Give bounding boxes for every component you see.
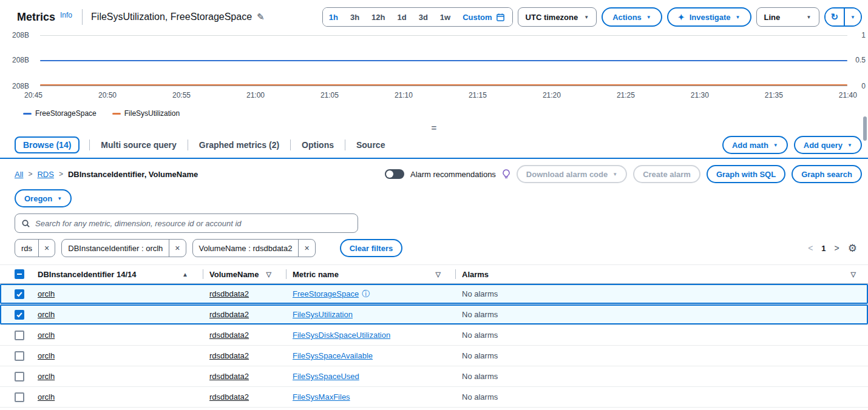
sort-filter-icon[interactable]: ▽ xyxy=(436,271,441,278)
row-checkbox[interactable] xyxy=(15,289,24,299)
volume-link[interactable]: rdsdbdata2 xyxy=(209,289,249,298)
column-header-volumename[interactable]: VolumeName ▽ xyxy=(209,270,280,279)
row-checkbox[interactable] xyxy=(15,392,24,402)
sparkle-icon: ✦ xyxy=(678,13,685,22)
sort-ascending-icon[interactable]: ▲ xyxy=(182,271,188,278)
download-alarm-code-button[interactable]: Download alarm code ▼ xyxy=(517,165,627,183)
table-row[interactable]: orclh rdsdbdata2 FileSysDiskSpaceUtiliza… xyxy=(0,325,868,346)
breadcrumb-rds[interactable]: RDS xyxy=(37,170,53,179)
metric-link[interactable]: FileSysMaxFiles xyxy=(293,392,350,402)
settings-gear-icon[interactable]: ⚙ xyxy=(848,242,857,255)
resize-handle[interactable]: = xyxy=(0,123,868,133)
metric-link[interactable]: FileSysSpaceAvailable xyxy=(293,351,373,360)
edit-title-icon[interactable]: ✎ xyxy=(257,12,265,22)
row-checkbox[interactable] xyxy=(15,351,24,361)
time-range-custom[interactable]: Custom xyxy=(456,8,512,26)
select-all-checkbox[interactable] xyxy=(15,269,24,279)
previous-page-button[interactable]: < xyxy=(808,243,813,253)
add-math-button[interactable]: Add math ▼ xyxy=(722,136,788,154)
time-range-12h[interactable]: 12h xyxy=(365,8,391,26)
graph-with-sql-label: Graph with SQL xyxy=(716,170,776,179)
close-icon[interactable]: × xyxy=(169,240,185,257)
row-checkbox[interactable] xyxy=(15,331,24,340)
table-row[interactable]: orclh rdsdbdata2 FileSysUtilization ⓘ No… xyxy=(0,304,868,325)
custom-range-label: Custom xyxy=(463,13,492,22)
info-icon[interactable]: ⓘ xyxy=(362,289,370,300)
row-checkbox[interactable] xyxy=(15,310,24,320)
x-axis-tick: 21:35 xyxy=(765,91,783,99)
dbinstance-link[interactable]: orclh xyxy=(38,351,55,360)
y-axis-tick-right: 0 xyxy=(861,82,866,90)
metric-link[interactable]: FileSysDiskSpaceUtilization xyxy=(293,331,390,340)
legend-label: FileSysUtilization xyxy=(124,109,180,118)
dbinstance-link[interactable]: orclh xyxy=(38,372,55,381)
metric-link[interactable]: FileSysUtilization xyxy=(293,310,353,319)
metric-link[interactable]: FileSysSpaceUsed xyxy=(293,372,359,381)
investigate-button[interactable]: ✦ Investigate ▼ xyxy=(667,7,751,27)
sort-filter-icon[interactable]: ▽ xyxy=(266,271,271,278)
clear-filters-button[interactable]: Clear filters xyxy=(340,239,403,257)
y-axis-tick-left: 208B xyxy=(12,56,36,64)
chart-type-select[interactable]: Line ▼ xyxy=(756,7,819,27)
time-range-1d[interactable]: 1d xyxy=(391,8,412,26)
close-icon[interactable]: × xyxy=(38,240,55,257)
actions-button[interactable]: Actions ▼ xyxy=(602,7,662,27)
next-page-button[interactable]: > xyxy=(835,243,839,253)
breadcrumb-all[interactable]: All xyxy=(15,170,23,179)
pagination: < 1 > ⚙ xyxy=(808,242,862,255)
row-checkbox[interactable] xyxy=(15,372,24,381)
column-header-metric-name[interactable]: Metric name ▽ xyxy=(293,270,449,279)
column-header-alarms[interactable]: Alarms ▽ xyxy=(462,270,868,279)
refresh-options-button[interactable]: ▼ xyxy=(845,8,861,25)
dbinstance-link[interactable]: orclh xyxy=(38,289,55,298)
timezone-select[interactable]: UTC timezone ▼ xyxy=(518,7,597,27)
x-axis-tick: 21:20 xyxy=(543,91,561,99)
filter-token-dbinstanceidentifier: DBInstanceIdentifier : orclh × xyxy=(61,239,186,257)
volume-link[interactable]: rdsdbdata2 xyxy=(209,310,249,319)
volume-link[interactable]: rdsdbdata2 xyxy=(209,372,249,381)
sort-filter-icon[interactable]: ▽ xyxy=(851,271,856,278)
legend-item-filesysutilization[interactable]: FileSysUtilization xyxy=(112,109,180,118)
graph-search-button[interactable]: Graph search xyxy=(792,165,862,183)
legend-item-freestoragespace[interactable]: FreeStorageSpace xyxy=(23,109,97,118)
volume-link[interactable]: rdsdbdata2 xyxy=(209,392,249,402)
time-range-3h[interactable]: 3h xyxy=(344,8,365,26)
vertical-scrollbar[interactable] xyxy=(863,116,867,141)
time-range-1h[interactable]: 1h xyxy=(323,8,344,26)
x-axis-tick: 21:40 xyxy=(839,91,857,99)
dbinstance-link[interactable]: orclh xyxy=(38,392,55,402)
table-row[interactable]: orclh rdsdbdata2 FileSysSpaceUsed ⓘ No a… xyxy=(0,366,868,387)
time-range-1w[interactable]: 1w xyxy=(434,8,456,26)
graph-with-sql-button[interactable]: Graph with SQL xyxy=(707,165,785,183)
table-row[interactable]: orclh rdsdbdata2 FileSysMaxFiles ⓘ No al… xyxy=(0,387,868,408)
alarm-recommendations-toggle[interactable] xyxy=(385,169,404,179)
tab-source[interactable]: Source xyxy=(355,137,386,153)
time-range-3d[interactable]: 3d xyxy=(413,8,434,26)
tab-multi-source-query[interactable]: Multi source query xyxy=(100,137,177,153)
plot-area[interactable]: 208B 208B 208B 1 0.5 0 xyxy=(40,35,847,86)
column-header-dbinstanceidentifier[interactable]: DBInstanceIdentifier 14/14 ▲ xyxy=(38,270,197,279)
dbinstance-link[interactable]: orclh xyxy=(38,310,55,319)
tab-graphed-metrics[interactable]: Graphed metrics (2) xyxy=(198,137,280,153)
search-input[interactable] xyxy=(35,219,351,228)
tab-options[interactable]: Options xyxy=(300,137,335,153)
refresh-button[interactable]: ↻ xyxy=(826,8,844,25)
table-row[interactable]: orclh rdsdbdata2 FileSysSpaceAvailable ⓘ… xyxy=(0,346,868,366)
legend-label: FreeStorageSpace xyxy=(35,109,97,118)
create-alarm-button[interactable]: Create alarm xyxy=(633,165,700,183)
table-row[interactable]: orclh rdsdbdata2 FreeStorageSpace ⓘ No a… xyxy=(0,284,868,304)
page-number[interactable]: 1 xyxy=(821,244,826,253)
region-select[interactable]: Oregon ▼ xyxy=(15,189,72,207)
alarms-status: No alarms xyxy=(462,392,498,402)
volume-link[interactable]: rdsdbdata2 xyxy=(209,351,249,360)
tab-browse[interactable]: Browse (14) xyxy=(15,136,80,153)
dbinstance-link[interactable]: orclh xyxy=(38,331,55,340)
add-query-button[interactable]: Add query ▼ xyxy=(794,136,862,154)
calendar-icon xyxy=(496,13,505,22)
metric-link[interactable]: FreeStorageSpace xyxy=(293,289,359,298)
alarms-status: No alarms xyxy=(462,331,498,340)
lightbulb-icon xyxy=(502,169,510,179)
volume-link[interactable]: rdsdbdata2 xyxy=(209,331,249,340)
info-link[interactable]: Info xyxy=(60,11,72,19)
close-icon[interactable]: × xyxy=(298,240,314,257)
